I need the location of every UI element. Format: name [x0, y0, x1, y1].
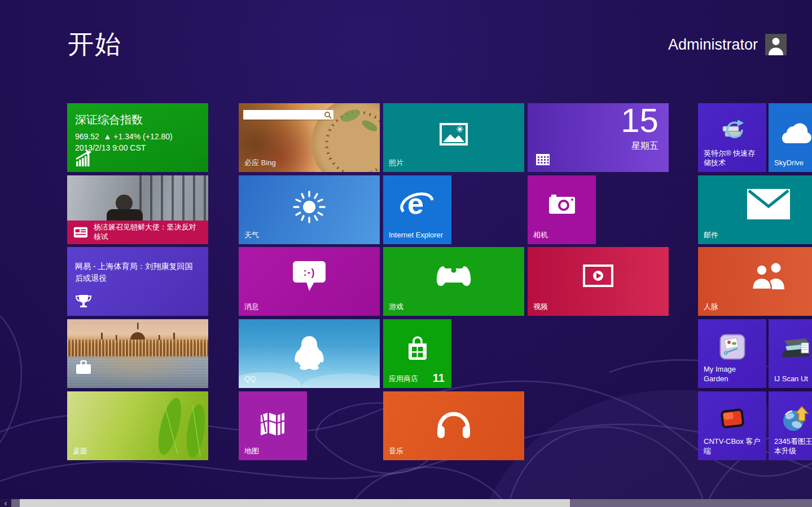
bar-chart-up-icon	[75, 149, 93, 166]
stock-timestamp: 2013/2/13 9:00 CST	[75, 142, 203, 153]
tile-games[interactable]: 游戏	[383, 247, 524, 316]
stock-change: ▲ +1.34% (+12.80)	[104, 132, 173, 141]
map-icon	[258, 411, 288, 435]
tile-label: 必应 Bing	[244, 158, 375, 168]
photo-frame-icon	[438, 122, 469, 148]
tile-label: 消息	[244, 302, 375, 312]
bing-search-input[interactable]	[243, 110, 333, 120]
cloud-icon	[778, 120, 812, 144]
tile-desktop[interactable]: 桌面	[67, 391, 208, 460]
tile-label: IJ Scan Ut	[774, 374, 812, 384]
start-screen: 开始 Administrator 深证综合指数 969.52 ▲ +1.34% …	[0, 0, 812, 507]
search-icon	[324, 111, 332, 119]
tile-label: 人脉	[704, 302, 812, 312]
tile-ij-scan-utility[interactable]: IJ Scan Ut	[769, 319, 812, 388]
tile-music[interactable]: 音乐	[383, 391, 524, 460]
tile-label: 邮件	[704, 231, 812, 240]
tile-news[interactable]: 杨洁篪召见朝鲜大使：坚决反对核试	[67, 175, 208, 244]
scrollbar-thumb[interactable]	[20, 499, 570, 507]
tile-label: 英特尔® 快速存储技术	[704, 149, 762, 168]
news-headline: 杨洁篪召见朝鲜大使：坚决反对核试	[94, 223, 203, 242]
tile-store[interactable]: 应用商店 11	[383, 319, 451, 388]
tile-label: 视频	[533, 302, 664, 312]
tile-stock-index[interactable]: 深证综合指数 969.52 ▲ +1.34% (+12.80) 2013/2/1…	[67, 103, 208, 172]
calendar-weekday: 星期五	[631, 140, 659, 152]
calendar-icon	[536, 153, 550, 166]
image-garden-icon	[719, 334, 745, 360]
game-controller-icon	[435, 263, 472, 289]
scanner-icon	[780, 334, 811, 360]
tile-label-line1: 2345看图王	[774, 437, 812, 446]
tile-video[interactable]: 视频	[528, 247, 669, 316]
tile-label: My Image Garden	[704, 365, 762, 384]
camera-icon	[548, 192, 576, 216]
tile-label: 音乐	[389, 447, 520, 456]
tile-calendar[interactable]: 15 星期五	[528, 103, 669, 172]
tv-icon	[719, 406, 746, 432]
tile-label: SkyDrive	[774, 158, 812, 168]
tile-qq[interactable]: QQ	[239, 319, 380, 388]
tile-label-line2: 本升级	[774, 447, 796, 455]
tile-my-image-garden[interactable]: My Image Garden	[698, 319, 766, 388]
tile-netease-news[interactable]: 网易 - 上海体育局：刘翔康复回国后或退役	[67, 247, 208, 316]
store-bag-icon	[405, 334, 430, 362]
store-update-count: 11	[433, 372, 445, 385]
tile-label: Internet Explorer	[389, 231, 447, 240]
tile-mail[interactable]: 邮件	[698, 175, 812, 244]
user-avatar[interactable]	[765, 34, 787, 55]
tile-cntv-cbox[interactable]: CNTV-CBox 客户端	[698, 391, 766, 460]
tile-2345-viewer-update[interactable]: 2345看图王 本升级	[769, 391, 812, 460]
page-title: 开始	[68, 27, 122, 62]
scroll-left-arrow[interactable]: ‹	[0, 499, 11, 507]
tile-camera[interactable]: 相机	[528, 175, 596, 244]
tile-skydrive[interactable]: SkyDrive	[769, 103, 812, 172]
user-name[interactable]: Administrator	[668, 36, 758, 54]
tile-label: QQ	[244, 374, 375, 384]
user-menu[interactable]: Administrator	[668, 34, 787, 55]
person-icon	[765, 34, 787, 55]
tile-label: 天气	[244, 231, 375, 240]
tile-bing[interactable]: 必应 Bing	[239, 103, 380, 172]
trophy-icon	[75, 293, 92, 309]
calendar-day: 15	[621, 103, 659, 139]
tile-maps[interactable]: 地图	[239, 391, 307, 460]
tile-label: 相机	[533, 231, 591, 240]
newspaper-icon	[73, 225, 89, 240]
ie-logo-icon: e	[399, 187, 436, 222]
people-icon	[750, 262, 787, 289]
tile-travel[interactable]	[67, 319, 208, 388]
tile-label: 桌面	[73, 447, 204, 456]
video-player-icon	[583, 264, 613, 287]
svg-text:e: e	[407, 187, 424, 220]
netease-headline: 网易 - 上海体育局：刘翔康复回国后或退役	[75, 261, 200, 284]
tile-internet-explorer[interactable]: e Internet Explorer	[383, 175, 451, 244]
penguin-icon	[294, 335, 324, 370]
tile-label: 照片	[389, 158, 520, 168]
tile-weather[interactable]: 天气	[239, 175, 380, 244]
suitcase-icon	[75, 360, 92, 375]
horizontal-scrollbar[interactable]: ‹	[0, 499, 812, 507]
tile-label: 地图	[244, 447, 302, 456]
tile-people[interactable]: 人脉	[698, 247, 812, 316]
tile-label: 游戏	[389, 302, 520, 312]
tile-photos[interactable]: 照片	[383, 103, 524, 172]
tile-intel-rst[interactable]: 英特尔® 快速存储技术	[698, 103, 766, 172]
envelope-icon	[747, 189, 790, 219]
tile-messaging[interactable]: :-) 消息	[239, 247, 380, 316]
stock-title: 深证综合指数	[75, 112, 203, 127]
hard-drive-sync-icon	[718, 117, 747, 144]
sun-icon	[291, 189, 327, 225]
globe-update-icon	[782, 405, 810, 433]
stock-price: 969.52	[75, 132, 99, 141]
headphones-icon	[434, 404, 473, 440]
emoticon-text: :-)	[304, 267, 315, 279]
tile-label: CNTV-CBox 客户端	[704, 437, 762, 456]
